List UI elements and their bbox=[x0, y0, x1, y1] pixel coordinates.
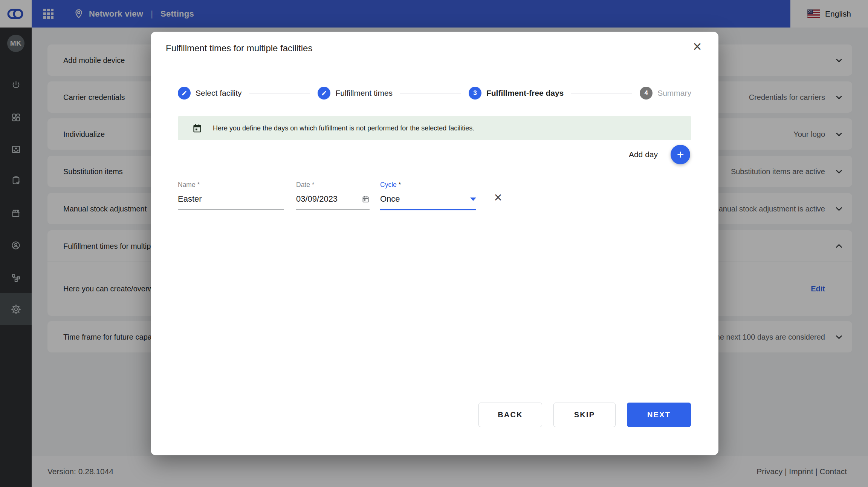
add-day-button[interactable]: + bbox=[671, 145, 690, 164]
step-number-circle: 4 bbox=[640, 87, 653, 100]
date-field-value: 03/09/2023 bbox=[296, 194, 338, 204]
pencil-icon bbox=[181, 90, 187, 96]
cycle-field-value: Once bbox=[380, 194, 400, 204]
datepicker-icon[interactable] bbox=[362, 195, 370, 203]
date-field-label: Date * bbox=[296, 181, 370, 189]
name-field-value: Easter bbox=[178, 194, 202, 204]
calendar-icon bbox=[192, 123, 202, 133]
dropdown-caret-icon bbox=[470, 198, 476, 201]
back-button[interactable]: BACK bbox=[478, 403, 542, 427]
cycle-field-label: Cycle * bbox=[380, 181, 476, 189]
step-edit-circle bbox=[318, 87, 330, 100]
banner-text: Here you define the days on which fulfil… bbox=[213, 124, 474, 132]
step-label: Fulfillment-free days bbox=[486, 89, 564, 98]
step-edit-circle bbox=[178, 87, 191, 100]
step-label: Select facility bbox=[196, 89, 242, 98]
step-fulfillment-free-days[interactable]: 3 Fulfillment-free days bbox=[469, 87, 564, 100]
pencil-icon bbox=[321, 90, 327, 96]
step-label: Summary bbox=[657, 89, 691, 98]
modal-close-button[interactable]: × bbox=[688, 35, 707, 58]
stepper: Select facility Fulfillment times 3 Fulf… bbox=[178, 87, 691, 100]
step-select-facility[interactable]: Select facility bbox=[178, 87, 242, 100]
modal-actions: BACK SKIP NEXT bbox=[478, 403, 691, 427]
name-field[interactable]: Name * Easter bbox=[178, 181, 284, 210]
step-label: Fulfillment times bbox=[335, 89, 393, 98]
skip-button[interactable]: SKIP bbox=[553, 403, 616, 427]
step-fulfillment-times[interactable]: Fulfillment times bbox=[318, 87, 393, 100]
info-banner: Here you define the days on which fulfil… bbox=[178, 116, 691, 140]
step-number-circle: 3 bbox=[469, 87, 481, 100]
plus-icon: + bbox=[677, 148, 684, 162]
modal-title: Fulfillment times for multiple facilitie… bbox=[166, 43, 312, 54]
date-field[interactable]: Date * 03/09/2023 bbox=[296, 181, 370, 210]
step-summary[interactable]: 4 Summary bbox=[640, 87, 691, 100]
fulfillment-times-modal: Fulfillment times for multiple facilitie… bbox=[151, 32, 718, 455]
next-button[interactable]: NEXT bbox=[627, 403, 691, 427]
cycle-select[interactable]: Cycle * Once bbox=[380, 181, 476, 210]
name-field-label: Name * bbox=[178, 181, 284, 189]
modal-header-divider bbox=[151, 65, 718, 65]
step-connector bbox=[571, 93, 632, 93]
step-connector bbox=[249, 93, 310, 93]
add-day-row: Add day + bbox=[629, 145, 690, 164]
delete-day-button[interactable]: × bbox=[490, 189, 506, 206]
application-window: Network view | Settings English MK bbox=[0, 0, 868, 487]
add-day-label: Add day bbox=[629, 150, 658, 159]
step-connector bbox=[400, 93, 461, 93]
